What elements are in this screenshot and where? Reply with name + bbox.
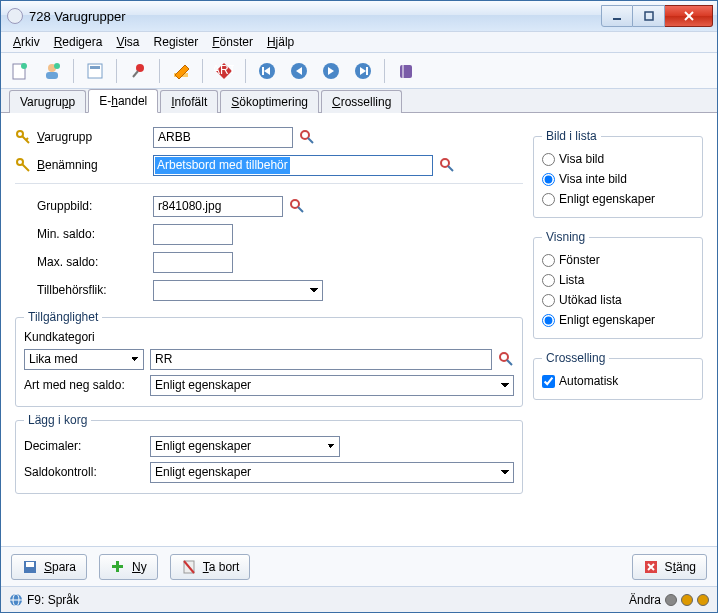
toolbar-edit-icon[interactable]	[168, 58, 194, 84]
toolbar-last-icon[interactable]	[350, 58, 376, 84]
window-title: 728 Varugrupper	[29, 9, 601, 24]
svg-point-40	[500, 353, 508, 361]
menu-redigera[interactable]: Redigera	[48, 33, 109, 51]
check-automatisk[interactable]: Automatisk	[542, 371, 694, 391]
tabort-button[interactable]: Ta bort	[170, 554, 251, 580]
decimaler-select[interactable]: Enligt egenskaper	[150, 436, 340, 457]
tillbehorsflik-select[interactable]	[153, 280, 323, 301]
maxsaldo-input[interactable]	[153, 252, 233, 273]
saldokontroll-label: Saldokontroll:	[24, 465, 144, 479]
radio-visa-bild[interactable]: Visa bild	[542, 149, 694, 169]
maximize-button[interactable]	[633, 5, 665, 27]
tab-crosselling[interactable]: Crosselling	[321, 90, 402, 113]
radio-lista[interactable]: Lista	[542, 270, 694, 290]
svg-point-38	[291, 200, 299, 208]
minsaldo-label: Min. saldo:	[37, 227, 147, 241]
tab-infofalt[interactable]: Infofält	[160, 90, 218, 113]
maxsaldo-label: Max. saldo:	[37, 255, 147, 269]
kundkat-op-select[interactable]: Lika med	[24, 349, 144, 370]
kundkategori-label: Kundkategori	[24, 330, 514, 344]
svg-rect-43	[26, 562, 34, 567]
tab-ehandel[interactable]: E-handel	[88, 89, 158, 113]
toolbar-first-icon[interactable]	[254, 58, 280, 84]
radio-utokad-lista[interactable]: Utökad lista	[542, 290, 694, 310]
svg-line-39	[298, 207, 303, 212]
svg-line-37	[448, 166, 453, 171]
tab-sokoptimering[interactable]: Sökoptimering	[220, 90, 319, 113]
tillganglighet-group: Tillgänglighet Kundkategori Lika med Art…	[15, 310, 523, 407]
globe-icon	[9, 593, 23, 607]
svg-line-33	[308, 138, 313, 143]
search-icon[interactable]	[439, 157, 455, 173]
radio-fonster[interactable]: Fönster	[542, 250, 694, 270]
menu-visa[interactable]: Visa	[110, 33, 145, 51]
toolbar-book-icon[interactable]	[393, 58, 419, 84]
menu-arkiv[interactable]: Arkiv	[7, 33, 46, 51]
toolbar-new-icon[interactable]	[7, 58, 33, 84]
radio-visa-inte-bild[interactable]: Visa inte bild	[542, 169, 694, 189]
menu-register[interactable]: Register	[148, 33, 205, 51]
menubar: Arkiv Redigera Visa Register Fönster Hjä…	[1, 31, 717, 53]
svg-line-35	[22, 164, 29, 171]
svg-text:ART: ART	[214, 63, 234, 77]
menu-fonster[interactable]: Fönster	[206, 33, 259, 51]
gruppbild-input[interactable]	[153, 196, 283, 217]
benamning-label: Benämning	[37, 158, 147, 172]
minsaldo-input[interactable]	[153, 224, 233, 245]
visning-legend: Visning	[542, 230, 589, 244]
svg-point-36	[441, 159, 449, 167]
benamning-input[interactable]: Arbetsbord med tillbehör	[153, 155, 433, 176]
led-yellow-icon	[681, 594, 693, 606]
svg-rect-27	[400, 65, 412, 78]
led-grey-icon	[665, 594, 677, 606]
svg-rect-28	[402, 65, 404, 78]
close-icon	[643, 559, 659, 575]
laggikorg-group: Lägg i korg Decimaler: Enligt egenskaper…	[15, 413, 523, 494]
key-icon	[15, 157, 31, 173]
menu-hjalp[interactable]: Hjälp	[261, 33, 300, 51]
tab-varugrupp[interactable]: Varugrupp	[9, 90, 86, 113]
tillbehorsflik-label: Tillbehörsflik:	[37, 283, 147, 297]
saldokontroll-select[interactable]: Enligt egenskaper	[150, 462, 514, 483]
menu-arkiv-rest: rkiv	[21, 35, 40, 49]
bild-legend: Bild i lista	[542, 129, 601, 143]
status-sprak[interactable]: F9: Språk	[27, 593, 79, 607]
svg-rect-45	[112, 565, 123, 568]
gruppbild-label: Gruppbild:	[37, 199, 147, 213]
toolbar-note-icon[interactable]	[82, 58, 108, 84]
svg-rect-26	[366, 67, 368, 75]
varugrupp-input[interactable]	[153, 127, 293, 148]
close-button[interactable]	[665, 5, 713, 27]
search-icon[interactable]	[498, 351, 514, 367]
svg-rect-10	[90, 66, 100, 69]
tillganglighet-legend: Tillgänglighet	[24, 310, 102, 324]
bottombar: Spara Ny Ta bort Stäng	[1, 546, 717, 586]
stang-button[interactable]: Stäng	[632, 554, 707, 580]
search-icon[interactable]	[299, 129, 315, 145]
svg-line-41	[507, 360, 512, 365]
status-andra: Ändra	[629, 593, 661, 607]
tabbar: Varugrupp E-handel Infofält Sökoptimerin…	[1, 89, 717, 113]
toolbar-art-icon[interactable]: ART	[211, 58, 237, 84]
minimize-button[interactable]	[601, 5, 633, 27]
radio-visning-egenskaper[interactable]: Enligt egenskaper	[542, 310, 694, 330]
toolbar-prev-icon[interactable]	[286, 58, 312, 84]
kundkat-value-input[interactable]	[150, 349, 492, 370]
toolbar-user-icon[interactable]	[39, 58, 65, 84]
svg-line-12	[133, 71, 138, 77]
artneg-select[interactable]: Enligt egenskaper	[150, 375, 514, 396]
svg-point-32	[301, 131, 309, 139]
spara-button[interactable]: Spara	[11, 554, 87, 580]
svg-rect-1	[645, 12, 653, 20]
svg-point-5	[21, 63, 27, 69]
laggikorg-legend: Lägg i korg	[24, 413, 91, 427]
ny-button[interactable]: Ny	[99, 554, 158, 580]
visning-group: Visning Fönster Lista Utökad lista Enlig…	[533, 230, 703, 339]
led-yellow-icon	[697, 594, 709, 606]
toolbar: ART	[1, 53, 717, 89]
radio-bild-egenskaper[interactable]: Enligt egenskaper	[542, 189, 694, 209]
toolbar-pin-icon[interactable]	[125, 58, 151, 84]
svg-rect-19	[262, 67, 264, 75]
search-icon[interactable]	[289, 198, 305, 214]
toolbar-next-icon[interactable]	[318, 58, 344, 84]
